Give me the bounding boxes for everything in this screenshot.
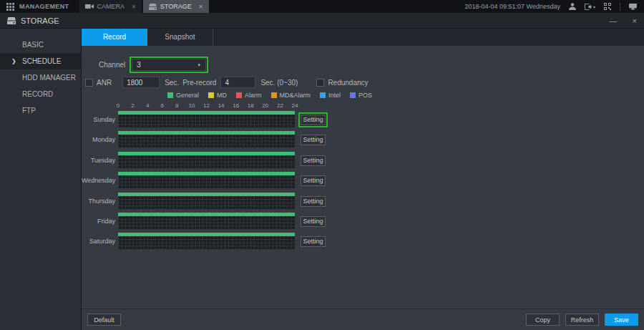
record-bar-general xyxy=(118,213,295,216)
hour-tick-20: 20 xyxy=(262,102,268,109)
legend-general: General xyxy=(167,92,199,99)
anr-label: ANR xyxy=(97,79,112,87)
sidebar-item-label: RECORD xyxy=(22,90,53,98)
redundancy-checkbox[interactable] xyxy=(316,79,324,87)
timeline-grid-friday[interactable] xyxy=(118,213,295,229)
tab-snapshot[interactable]: Snapshot xyxy=(147,29,213,46)
hour-tick-2: 2 xyxy=(131,102,134,109)
setting-cell: Setting xyxy=(301,131,326,151)
timeline-grid-tuesday[interactable] xyxy=(118,152,295,168)
minimize-icon[interactable]: — xyxy=(610,16,618,25)
prerecord-input[interactable] xyxy=(220,77,255,88)
setting-button-wednesday[interactable]: Setting xyxy=(301,175,326,186)
sidebar-item-ftp[interactable]: ❯FTP xyxy=(0,102,81,119)
legend-alarm: Alarm xyxy=(236,92,262,99)
schedule-row-wednesday: WednesdaySetting xyxy=(82,172,644,192)
save-button[interactable]: Save xyxy=(605,314,638,326)
record-snapshot-tabs: Record Snapshot xyxy=(82,29,644,46)
monitor-icon[interactable] xyxy=(629,4,637,10)
setting-cell: Setting xyxy=(301,193,326,213)
timeline-grid-monday[interactable] xyxy=(118,131,295,147)
hour-tick-10: 10 xyxy=(188,102,195,109)
timeline-grid-thursday[interactable] xyxy=(118,193,295,209)
day-label-friday: Friday xyxy=(82,213,115,233)
day-label-tuesday: Tuesday xyxy=(82,152,115,172)
legend-color-swatch xyxy=(350,92,356,98)
setting-button-friday[interactable]: Setting xyxy=(301,216,326,227)
close-icon[interactable]: × xyxy=(633,16,637,25)
sidebar-item-label: HDD MANAGER xyxy=(22,74,76,82)
schedule-row-friday: FridaySetting xyxy=(82,213,644,233)
setting-button-tuesday[interactable]: Setting xyxy=(301,155,326,166)
refresh-button[interactable]: Refresh xyxy=(565,314,599,326)
top-tab-camera[interactable]: CAMERA × xyxy=(79,0,142,13)
sidebar-item-label: BASIC xyxy=(22,41,44,49)
management-menu-button[interactable]: MANAGEMENT xyxy=(0,0,79,13)
record-type-legend: GeneralMDAlarmMD&AlarmIntelPOS xyxy=(167,92,372,99)
anr-checkbox[interactable] xyxy=(85,79,93,87)
setting-button-thursday[interactable]: Setting xyxy=(301,196,326,207)
main-panel: Record Snapshot Channel 3 ▼ ANR Sec. Pre xyxy=(82,29,644,330)
timeline-grid-wednesday[interactable] xyxy=(118,172,295,188)
legend-label: POS xyxy=(358,92,372,99)
hour-tick-14: 14 xyxy=(218,102,225,109)
qr-code-icon[interactable] xyxy=(604,3,611,10)
setting-cell: Setting xyxy=(301,111,326,131)
legend-label: MD&Alarm xyxy=(280,92,311,99)
hour-tick-24: 24 xyxy=(292,102,298,109)
schedule-row-saturday: SaturdaySetting xyxy=(82,233,644,253)
hour-tick-0: 0 xyxy=(117,102,119,109)
top-tab-camera-label: CAMERA xyxy=(97,3,125,10)
schedule-row-thursday: ThursdaySetting xyxy=(82,193,644,213)
record-bar-general xyxy=(118,131,295,135)
hour-tick-8: 8 xyxy=(175,102,178,109)
storage-title-icon xyxy=(7,17,16,24)
logout-icon[interactable]: ▾ xyxy=(585,4,595,10)
setting-button-saturday[interactable]: Setting xyxy=(301,236,326,247)
redundancy-label: Redundancy xyxy=(328,79,368,87)
timeline-grid-sunday[interactable] xyxy=(118,111,295,127)
legend-md: MD xyxy=(208,92,227,99)
legend-color-swatch xyxy=(271,92,277,98)
schedule-days: SundaySettingMondaySettingTuesdaySetting… xyxy=(82,111,644,253)
hour-tick-12: 12 xyxy=(203,102,210,109)
setting-button-monday[interactable]: Setting xyxy=(301,135,326,145)
legend-color-swatch xyxy=(167,92,173,98)
setting-button-sunday[interactable]: Setting xyxy=(301,115,326,125)
top-bar: MANAGEMENT CAMERA × STORAGE × 2018-04-04… xyxy=(0,0,644,13)
channel-row: Channel 3 ▼ xyxy=(99,59,206,71)
day-label-wednesday: Wednesday xyxy=(82,172,115,192)
close-camera-tab-icon[interactable]: × xyxy=(132,3,136,11)
sidebar-item-basic[interactable]: ❯BASIC xyxy=(0,37,81,53)
sidebar-item-label: FTP xyxy=(22,107,36,115)
datetime-display: 2018-04-04 09:51:07 Wednesday xyxy=(465,3,560,10)
page-title: STORAGE xyxy=(21,16,59,25)
sidebar-item-schedule[interactable]: ❯SCHEDULE xyxy=(0,53,81,69)
legend-mdandalarm: MD&Alarm xyxy=(271,92,311,99)
prerecord-label: Pre-record xyxy=(182,79,216,87)
tab-record[interactable]: Record xyxy=(82,29,147,46)
schedule-row-sunday: SundaySetting xyxy=(82,111,644,131)
day-label-saturday: Saturday xyxy=(82,233,115,253)
storage-icon xyxy=(149,4,157,10)
legend-label: Alarm xyxy=(245,92,262,99)
timeline-grid-saturday[interactable] xyxy=(118,233,295,249)
anr-input[interactable] xyxy=(122,77,160,88)
legend-color-swatch xyxy=(320,92,326,98)
sidebar-item-hdd-manager[interactable]: ❯HDD MANAGER xyxy=(0,69,81,86)
day-label-thursday: Thursday xyxy=(82,193,115,213)
sidebar-item-record[interactable]: ❯RECORD xyxy=(0,86,81,102)
top-tab-storage[interactable]: STORAGE × xyxy=(143,0,209,13)
legend-color-swatch xyxy=(208,92,214,98)
close-storage-tab-icon[interactable]: × xyxy=(199,3,203,11)
anr-row: ANR Sec. Pre-record Sec. (0~30) Redundan… xyxy=(85,77,369,88)
app-window: MANAGEMENT CAMERA × STORAGE × 2018-04-04… xyxy=(0,0,644,330)
channel-value: 3 xyxy=(137,61,141,69)
anr-unit-label: Sec. xyxy=(165,79,179,87)
selected-arrow-icon: ❯ xyxy=(11,53,16,69)
default-button[interactable]: Default xyxy=(87,314,121,326)
channel-select[interactable]: 3 ▼ xyxy=(132,59,206,71)
copy-button[interactable]: Copy xyxy=(526,314,560,326)
user-icon[interactable] xyxy=(569,3,576,10)
chevron-down-icon: ▾ xyxy=(593,4,595,9)
